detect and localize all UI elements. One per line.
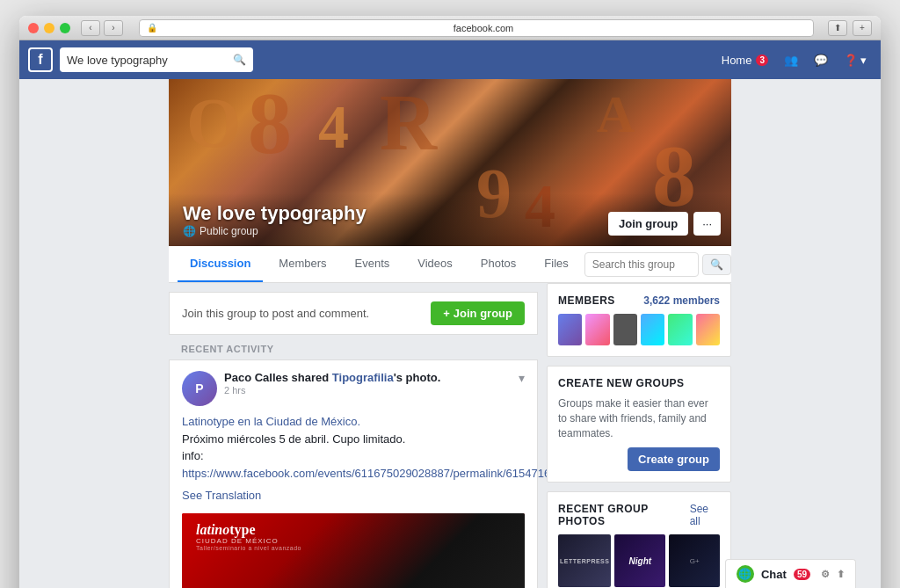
- post-image-brand-top: latinotype: [196, 522, 301, 538]
- lock-icon: 🔒: [147, 23, 157, 33]
- activity-post: P Paco Calles shared Tipografilia's phot…: [169, 359, 538, 588]
- members-box: MEMBERS 3,622 members: [547, 283, 731, 357]
- post-author-suffix: 's photo.: [394, 371, 441, 384]
- home-nav-item[interactable]: Home 3: [716, 50, 773, 70]
- share-button[interactable]: ⬆: [828, 20, 847, 36]
- cover-container: O 8 4 R 8 A 9 4 We love typography 🌐 Pub…: [169, 79, 731, 246]
- post-author-tipografilia-link[interactable]: Tipografilia: [332, 371, 394, 384]
- friends-icon: 👥: [784, 54, 798, 67]
- recent-photo-2: Night: [614, 534, 665, 587]
- member-photo-5: [668, 314, 692, 345]
- facebook-search-input[interactable]: [67, 54, 233, 67]
- post-author-name-text: Paco Calles shared: [224, 371, 332, 384]
- facebook-navbar: f 🔍 Home 3 👥 💬 ❓ ▾: [19, 40, 881, 79]
- more-options-button[interactable]: ···: [693, 212, 721, 236]
- tabs-container: Discussion Members Events Videos Photos …: [169, 246, 731, 283]
- group-tabs: Discussion Members Events Videos Photos …: [169, 246, 731, 283]
- right-sidebar: MEMBERS 3,622 members CREA: [547, 283, 731, 588]
- tab-files[interactable]: Files: [532, 246, 580, 282]
- post-chevron-icon[interactable]: ▾: [519, 371, 525, 385]
- post-time: 2 hrs: [224, 385, 512, 396]
- chat-count-text: 59: [797, 570, 807, 579]
- browser-toolbar-right: ⬆ +: [828, 20, 872, 36]
- tab-discussion[interactable]: Discussion: [178, 246, 263, 282]
- maximize-button[interactable]: [60, 23, 70, 33]
- friends-nav-item[interactable]: 👥: [779, 50, 803, 70]
- address-bar: facebook.com: [161, 23, 806, 33]
- facebook-search-box[interactable]: 🔍: [60, 47, 253, 72]
- post-meta: Paco Calles shared Tipografilia's photo.…: [224, 371, 512, 396]
- join-banner-text: Join this group to post and comment.: [182, 307, 369, 320]
- member-photos: [558, 314, 720, 345]
- post-image-brand-area: latinotype CIUDAD DE MÉXICO Taller/semin…: [196, 522, 301, 552]
- chat-globe-icon: 🌐: [737, 565, 754, 583]
- join-group-banner-button[interactable]: + Join group: [431, 301, 525, 325]
- mac-titlebar: ‹ › 🔒 facebook.com ⬆ +: [19, 16, 881, 40]
- recent-photos-header: RECENT GROUP PHOTOS See all: [558, 503, 720, 527]
- join-group-button[interactable]: Join group: [608, 212, 688, 236]
- post-header: P Paco Calles shared Tipografilia's phot…: [182, 371, 525, 406]
- forward-button[interactable]: ›: [104, 20, 123, 36]
- tab-events[interactable]: Events: [343, 246, 403, 282]
- new-tab-button[interactable]: +: [853, 20, 872, 36]
- chat-bar[interactable]: 🌐 Chat 59 ⚙ ⬆: [725, 559, 856, 588]
- see-translation-link[interactable]: See Translation: [182, 487, 525, 505]
- create-group-box: CREATE NEW GROUPS Groups make it easier …: [547, 366, 731, 483]
- facebook-nav-items: Home 3 👥 💬 ❓ ▾: [716, 50, 872, 70]
- facebook-logo-letter: f: [38, 52, 42, 68]
- recent-photo-1: LETTERPRESS: [558, 534, 611, 587]
- main-layout: Join this group to post and comment. + J…: [169, 283, 731, 588]
- post-author: Paco Calles shared Tipografilia's photo.: [224, 371, 512, 384]
- members-count: 3,622 members: [643, 294, 720, 307]
- join-group-banner-label: Join group: [454, 307, 512, 320]
- tab-photos[interactable]: Photos: [468, 246, 528, 282]
- group-search-input[interactable]: [584, 252, 699, 277]
- post-content: Latinotype en la Ciudad de México. Próxi…: [182, 413, 525, 505]
- facebook-page-content: O 8 4 R 8 A 9 4 We love typography 🌐 Pub…: [19, 79, 881, 588]
- create-group-header: CREATE NEW GROUPS: [558, 377, 720, 389]
- messenger-icon: 💬: [814, 54, 828, 67]
- minimize-button[interactable]: [44, 23, 54, 33]
- post-image-subtitle: Taller/seminario a nivel avanzado: [196, 545, 301, 551]
- post-fb-link[interactable]: https://www.facebook.com/events/61167502…: [182, 467, 605, 480]
- chat-expand-icon[interactable]: ⬆: [837, 569, 845, 580]
- plus-icon: +: [443, 307, 450, 320]
- member-photo-6: [696, 314, 720, 345]
- recent-photos-title: RECENT GROUP PHOTOS: [558, 503, 690, 527]
- tab-videos[interactable]: Videos: [405, 246, 465, 282]
- post-image-city: CIUDAD DE MÉXICO: [196, 537, 301, 545]
- members-box-title: MEMBERS: [558, 294, 615, 307]
- recent-photos-see-all[interactable]: See all: [690, 503, 720, 527]
- help-nav-item[interactable]: ❓ ▾: [838, 50, 872, 70]
- post-latinotype-link[interactable]: Latinotype en la Ciudad de México.: [182, 415, 360, 428]
- group-search-button[interactable]: 🔍: [702, 254, 731, 275]
- window-controls: [28, 23, 70, 33]
- address-bar-container[interactable]: 🔒 facebook.com: [139, 19, 814, 37]
- group-search-container: 🔍: [584, 252, 731, 277]
- facebook-logo: f: [28, 47, 53, 72]
- search-icon: 🔍: [233, 54, 246, 66]
- chat-count: 59: [794, 569, 810, 580]
- member-photo-3: [613, 314, 637, 345]
- member-photo-2: [585, 314, 609, 345]
- cover-subtitle-text: Public group: [200, 225, 258, 237]
- member-photo-1: [558, 314, 582, 345]
- recent-photo-1-text: LETTERPRESS: [560, 558, 609, 564]
- recent-photos-grid: LETTERPRESS Night G+: [558, 534, 720, 587]
- create-group-title: CREATE NEW GROUPS: [558, 377, 685, 389]
- chat-settings-icon[interactable]: ⚙: [821, 569, 830, 580]
- create-group-button[interactable]: Create group: [628, 447, 720, 471]
- tab-members[interactable]: Members: [266, 246, 338, 282]
- close-button[interactable]: [28, 23, 39, 33]
- globe-icon: 🌐: [183, 225, 196, 237]
- members-box-header: MEMBERS 3,622 members: [558, 294, 720, 307]
- browser-nav-buttons: ‹ ›: [81, 20, 123, 36]
- home-badge: 3: [756, 54, 768, 66]
- post-avatar: P: [182, 371, 217, 406]
- messenger-nav-item[interactable]: 💬: [809, 50, 833, 70]
- back-button[interactable]: ‹: [81, 20, 100, 36]
- home-label: Home: [722, 54, 752, 67]
- recent-photo-3: G+: [669, 534, 720, 587]
- post-body2: info:: [182, 447, 525, 465]
- join-banner: Join this group to post and comment. + J…: [169, 292, 538, 335]
